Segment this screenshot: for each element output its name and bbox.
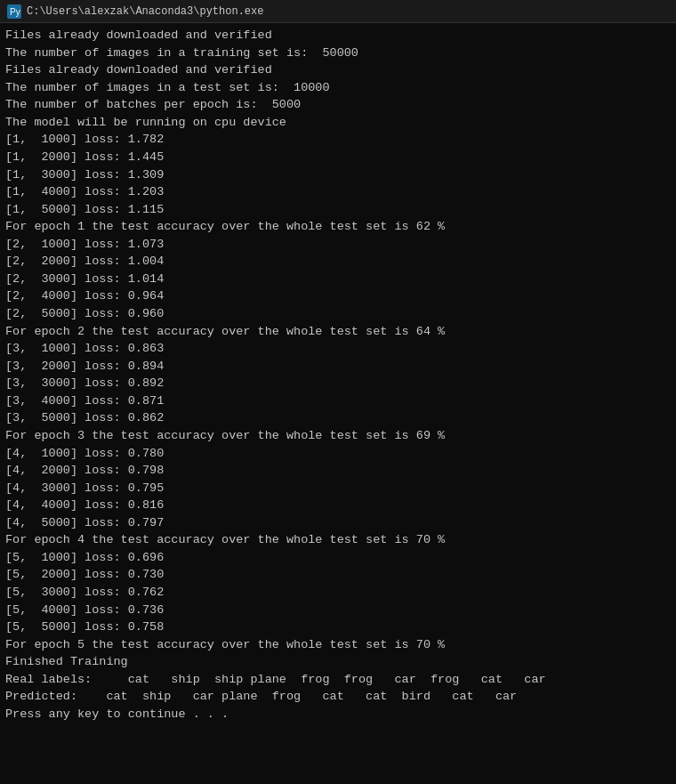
console-line: For epoch 4 the test accuracy over the w… <box>5 531 671 549</box>
console-line: [5, 3000] loss: 0.762 <box>5 584 671 602</box>
console-line: [3, 5000] loss: 0.862 <box>5 409 671 427</box>
console-line: [3, 3000] loss: 0.892 <box>5 375 671 392</box>
console-line: For epoch 1 the test accuracy over the w… <box>5 218 671 236</box>
console-line: For epoch 5 the test accuracy over the w… <box>5 636 671 654</box>
console-line: [1, 1000] loss: 1.782 <box>5 131 671 149</box>
python-icon: Py <box>7 4 21 19</box>
console-line: [1, 3000] loss: 1.309 <box>5 166 671 184</box>
console-line: [3, 1000] loss: 0.863 <box>5 340 671 358</box>
console-line: [5, 2000] loss: 0.730 <box>5 566 671 584</box>
console-line: [1, 5000] loss: 1.115 <box>5 201 671 219</box>
console-line: [1, 4000] loss: 1.203 <box>5 183 671 201</box>
console-line: Predicted: cat ship car plane frog cat c… <box>5 688 671 706</box>
console-line: [5, 1000] loss: 0.696 <box>5 549 671 567</box>
console-line: [4, 4000] loss: 0.816 <box>5 497 671 514</box>
console-line: [2, 5000] loss: 0.960 <box>5 305 671 323</box>
console-line: The number of images in a test set is: 1… <box>5 79 671 97</box>
console-output: Files already downloaded and verifiedThe… <box>0 23 676 784</box>
console-line: The number of batches per epoch is: 5000 <box>5 96 671 114</box>
console-line: For epoch 2 the test accuracy over the w… <box>5 323 671 341</box>
console-line: Files already downloaded and verified <box>5 61 671 79</box>
title-bar-text: C:\Users\alexzak\Anaconda3\python.exe <box>27 5 263 18</box>
svg-text:Py: Py <box>10 7 20 17</box>
console-line: Files already downloaded and verified <box>5 27 671 44</box>
console-line: [1, 2000] loss: 1.445 <box>5 149 671 166</box>
console-line: [5, 4000] loss: 0.736 <box>5 602 671 619</box>
console-line: [2, 3000] loss: 1.014 <box>5 271 671 288</box>
console-line: For epoch 3 the test accuracy over the w… <box>5 427 671 445</box>
console-line: [4, 2000] loss: 0.798 <box>5 462 671 480</box>
console-line: [4, 5000] loss: 0.797 <box>5 514 671 532</box>
title-bar: Py C:\Users\alexzak\Anaconda3\python.exe <box>0 0 676 23</box>
console-line: [2, 2000] loss: 1.004 <box>5 253 671 271</box>
console-line: The number of images in a training set i… <box>5 44 671 62</box>
console-line: Real labels: cat ship ship plane frog fr… <box>5 671 671 689</box>
console-line: [4, 1000] loss: 0.780 <box>5 445 671 463</box>
console-line: Finished Training <box>5 653 671 671</box>
console-line: [4, 3000] loss: 0.795 <box>5 480 671 497</box>
console-line: [5, 5000] loss: 0.758 <box>5 618 671 636</box>
console-line: The model will be running on cpu device <box>5 114 671 132</box>
console-line: [3, 2000] loss: 0.894 <box>5 358 671 376</box>
console-line: [3, 4000] loss: 0.871 <box>5 392 671 410</box>
console-line: [2, 4000] loss: 0.964 <box>5 287 671 305</box>
console-line: [2, 1000] loss: 1.073 <box>5 236 671 254</box>
console-line: Press any key to continue . . . <box>5 706 671 723</box>
